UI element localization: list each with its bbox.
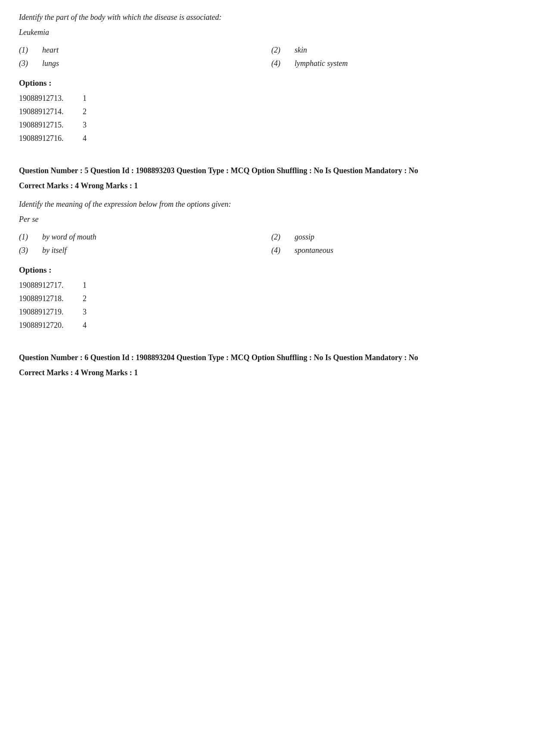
q5-option-number-2: (2) [271,233,284,242]
question5-options-label: Options : [19,265,515,275]
q5-option-item-2: (2) gossip [271,233,515,242]
question4-options-grid: (1) heart (2) skin (3) lungs (4) lymphat… [19,46,515,68]
option-item-3: (3) lungs [19,59,263,68]
q5-option-text-3: by itself [42,246,67,255]
answer-row-2: 19088912714. 2 [19,107,515,116]
q5-answer-id-3: 19088912719. [19,308,79,317]
q5-answer-row-1: 19088912717. 1 [19,281,515,290]
q5-option-text-1: by word of mouth [42,233,96,242]
option-text-4: lymphatic system [295,59,348,68]
answer-row-3: 19088912715. 3 [19,121,515,130]
q5-answer-val-3: 3 [83,308,87,317]
answer-row-1: 19088912713. 1 [19,94,515,103]
option-number-2: (2) [271,46,284,55]
question5-meta: Question Number : 5 Question Id : 190889… [19,165,515,177]
q5-option-text-2: gossip [295,233,314,242]
answer-val-3: 3 [83,121,87,130]
question4-instruction: Identify the part of the body with which… [19,13,515,22]
answer-val-1: 1 [83,94,87,103]
answer-val-4: 4 [83,134,87,143]
option-number-3: (3) [19,59,32,68]
q5-answer-row-3: 19088912719. 3 [19,308,515,317]
q5-option-number-1: (1) [19,233,32,242]
q5-answer-val-4: 4 [83,321,87,330]
q5-answer-row-4: 19088912720. 4 [19,321,515,330]
question5-block: Question Number : 5 Question Id : 190889… [19,165,515,330]
q5-answer-id-4: 19088912720. [19,321,79,330]
option-number-4: (4) [271,59,284,68]
answer-val-2: 2 [83,107,87,116]
question5-subject: Per se [19,215,515,224]
q5-answer-val-1: 1 [83,281,87,290]
q5-answer-val-2: 2 [83,294,87,303]
option-number-1: (1) [19,46,32,55]
q5-option-number-3: (3) [19,246,32,255]
q5-option-text-4: spontaneous [295,246,333,255]
answer-row-4: 19088912716. 4 [19,134,515,143]
option-item-2: (2) skin [271,46,515,55]
answer-id-4: 19088912716. [19,134,79,143]
answer-id-3: 19088912715. [19,121,79,130]
answer-id-1: 19088912713. [19,94,79,103]
q5-option-number-4: (4) [271,246,284,255]
option-item-4: (4) lymphatic system [271,59,515,68]
q5-option-item-1: (1) by word of mouth [19,233,263,242]
question5-options-grid: (1) by word of mouth (2) gossip (3) by i… [19,233,515,255]
question6-marks: Correct Marks : 4 Wrong Marks : 1 [19,368,515,377]
option-text-2: skin [295,46,307,55]
question4-block: Identify the part of the body with which… [19,13,515,143]
q5-answer-row-2: 19088912718. 2 [19,294,515,303]
question4-subject: Leukemia [19,28,515,37]
q5-answer-id-1: 19088912717. [19,281,79,290]
question6-meta: Question Number : 6 Question Id : 190889… [19,352,515,364]
q5-option-item-4: (4) spontaneous [271,246,515,255]
q5-answer-id-2: 19088912718. [19,294,79,303]
question5-instruction: Identify the meaning of the expression b… [19,200,515,209]
option-text-1: heart [42,46,59,55]
q5-option-item-3: (3) by itself [19,246,263,255]
question6-block: Question Number : 6 Question Id : 190889… [19,352,515,377]
answer-id-2: 19088912714. [19,107,79,116]
option-item-1: (1) heart [19,46,263,55]
option-text-3: lungs [42,59,59,68]
question5-marks: Correct Marks : 4 Wrong Marks : 1 [19,181,515,190]
question4-options-label: Options : [19,78,515,88]
